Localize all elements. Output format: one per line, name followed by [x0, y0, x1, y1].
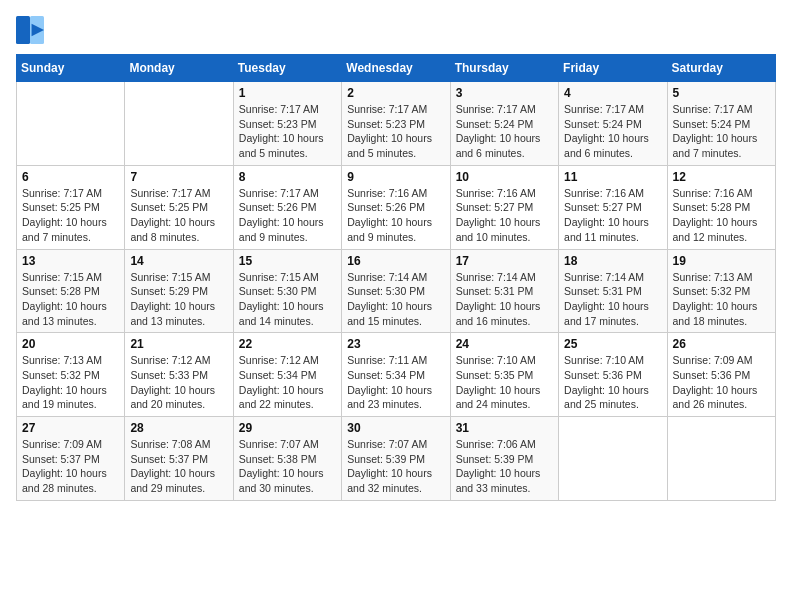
calendar-cell: 19Sunrise: 7:13 AM Sunset: 5:32 PM Dayli…: [667, 249, 775, 333]
day-info: Sunrise: 7:06 AM Sunset: 5:39 PM Dayligh…: [456, 437, 553, 496]
calendar-table: SundayMondayTuesdayWednesdayThursdayFrid…: [16, 54, 776, 501]
day-info: Sunrise: 7:07 AM Sunset: 5:39 PM Dayligh…: [347, 437, 444, 496]
day-number: 23: [347, 337, 444, 351]
day-info: Sunrise: 7:10 AM Sunset: 5:36 PM Dayligh…: [564, 353, 661, 412]
day-number: 29: [239, 421, 336, 435]
day-number: 31: [456, 421, 553, 435]
week-row-4: 20Sunrise: 7:13 AM Sunset: 5:32 PM Dayli…: [17, 333, 776, 417]
calendar-cell: 22Sunrise: 7:12 AM Sunset: 5:34 PM Dayli…: [233, 333, 341, 417]
week-row-5: 27Sunrise: 7:09 AM Sunset: 5:37 PM Dayli…: [17, 417, 776, 501]
day-info: Sunrise: 7:10 AM Sunset: 5:35 PM Dayligh…: [456, 353, 553, 412]
day-info: Sunrise: 7:16 AM Sunset: 5:26 PM Dayligh…: [347, 186, 444, 245]
day-number: 9: [347, 170, 444, 184]
calendar-cell: 3Sunrise: 7:17 AM Sunset: 5:24 PM Daylig…: [450, 82, 558, 166]
weekday-header-tuesday: Tuesday: [233, 55, 341, 82]
day-info: Sunrise: 7:09 AM Sunset: 5:36 PM Dayligh…: [673, 353, 770, 412]
calendar-cell: 31Sunrise: 7:06 AM Sunset: 5:39 PM Dayli…: [450, 417, 558, 501]
day-number: 3: [456, 86, 553, 100]
day-number: 17: [456, 254, 553, 268]
weekday-header-sunday: Sunday: [17, 55, 125, 82]
day-number: 5: [673, 86, 770, 100]
calendar-cell: 7Sunrise: 7:17 AM Sunset: 5:25 PM Daylig…: [125, 165, 233, 249]
calendar-cell: 21Sunrise: 7:12 AM Sunset: 5:33 PM Dayli…: [125, 333, 233, 417]
weekday-header-row: SundayMondayTuesdayWednesdayThursdayFrid…: [17, 55, 776, 82]
day-info: Sunrise: 7:13 AM Sunset: 5:32 PM Dayligh…: [673, 270, 770, 329]
week-row-3: 13Sunrise: 7:15 AM Sunset: 5:28 PM Dayli…: [17, 249, 776, 333]
day-info: Sunrise: 7:17 AM Sunset: 5:25 PM Dayligh…: [22, 186, 119, 245]
day-number: 30: [347, 421, 444, 435]
weekday-header-monday: Monday: [125, 55, 233, 82]
day-info: Sunrise: 7:14 AM Sunset: 5:30 PM Dayligh…: [347, 270, 444, 329]
logo: [16, 16, 48, 44]
day-number: 27: [22, 421, 119, 435]
calendar-cell: 23Sunrise: 7:11 AM Sunset: 5:34 PM Dayli…: [342, 333, 450, 417]
calendar-cell: 30Sunrise: 7:07 AM Sunset: 5:39 PM Dayli…: [342, 417, 450, 501]
calendar-cell: 17Sunrise: 7:14 AM Sunset: 5:31 PM Dayli…: [450, 249, 558, 333]
day-info: Sunrise: 7:17 AM Sunset: 5:25 PM Dayligh…: [130, 186, 227, 245]
day-info: Sunrise: 7:17 AM Sunset: 5:24 PM Dayligh…: [456, 102, 553, 161]
logo-icon: [16, 16, 44, 44]
day-number: 26: [673, 337, 770, 351]
day-number: 25: [564, 337, 661, 351]
day-number: 6: [22, 170, 119, 184]
day-number: 16: [347, 254, 444, 268]
calendar-cell: [125, 82, 233, 166]
day-info: Sunrise: 7:07 AM Sunset: 5:38 PM Dayligh…: [239, 437, 336, 496]
weekday-header-thursday: Thursday: [450, 55, 558, 82]
day-info: Sunrise: 7:17 AM Sunset: 5:24 PM Dayligh…: [673, 102, 770, 161]
calendar-cell: 24Sunrise: 7:10 AM Sunset: 5:35 PM Dayli…: [450, 333, 558, 417]
week-row-2: 6Sunrise: 7:17 AM Sunset: 5:25 PM Daylig…: [17, 165, 776, 249]
day-info: Sunrise: 7:15 AM Sunset: 5:28 PM Dayligh…: [22, 270, 119, 329]
day-info: Sunrise: 7:17 AM Sunset: 5:24 PM Dayligh…: [564, 102, 661, 161]
day-number: 18: [564, 254, 661, 268]
day-info: Sunrise: 7:08 AM Sunset: 5:37 PM Dayligh…: [130, 437, 227, 496]
calendar-cell: 14Sunrise: 7:15 AM Sunset: 5:29 PM Dayli…: [125, 249, 233, 333]
day-info: Sunrise: 7:09 AM Sunset: 5:37 PM Dayligh…: [22, 437, 119, 496]
day-number: 19: [673, 254, 770, 268]
day-number: 15: [239, 254, 336, 268]
day-number: 4: [564, 86, 661, 100]
day-info: Sunrise: 7:11 AM Sunset: 5:34 PM Dayligh…: [347, 353, 444, 412]
calendar-cell: 16Sunrise: 7:14 AM Sunset: 5:30 PM Dayli…: [342, 249, 450, 333]
calendar-cell: 18Sunrise: 7:14 AM Sunset: 5:31 PM Dayli…: [559, 249, 667, 333]
calendar-cell: [17, 82, 125, 166]
calendar-cell: 5Sunrise: 7:17 AM Sunset: 5:24 PM Daylig…: [667, 82, 775, 166]
day-number: 7: [130, 170, 227, 184]
calendar-cell: 28Sunrise: 7:08 AM Sunset: 5:37 PM Dayli…: [125, 417, 233, 501]
day-info: Sunrise: 7:17 AM Sunset: 5:23 PM Dayligh…: [239, 102, 336, 161]
calendar-cell: 1Sunrise: 7:17 AM Sunset: 5:23 PM Daylig…: [233, 82, 341, 166]
calendar-cell: [667, 417, 775, 501]
day-info: Sunrise: 7:13 AM Sunset: 5:32 PM Dayligh…: [22, 353, 119, 412]
day-number: 13: [22, 254, 119, 268]
calendar-cell: [559, 417, 667, 501]
day-info: Sunrise: 7:16 AM Sunset: 5:27 PM Dayligh…: [564, 186, 661, 245]
day-number: 24: [456, 337, 553, 351]
day-info: Sunrise: 7:15 AM Sunset: 5:29 PM Dayligh…: [130, 270, 227, 329]
day-number: 10: [456, 170, 553, 184]
day-number: 22: [239, 337, 336, 351]
svg-rect-0: [16, 16, 30, 44]
header: [16, 16, 776, 44]
calendar-cell: 12Sunrise: 7:16 AM Sunset: 5:28 PM Dayli…: [667, 165, 775, 249]
calendar-cell: 11Sunrise: 7:16 AM Sunset: 5:27 PM Dayli…: [559, 165, 667, 249]
calendar-cell: 13Sunrise: 7:15 AM Sunset: 5:28 PM Dayli…: [17, 249, 125, 333]
day-number: 11: [564, 170, 661, 184]
day-info: Sunrise: 7:17 AM Sunset: 5:23 PM Dayligh…: [347, 102, 444, 161]
day-info: Sunrise: 7:14 AM Sunset: 5:31 PM Dayligh…: [564, 270, 661, 329]
day-number: 20: [22, 337, 119, 351]
day-number: 8: [239, 170, 336, 184]
calendar-cell: 4Sunrise: 7:17 AM Sunset: 5:24 PM Daylig…: [559, 82, 667, 166]
day-number: 21: [130, 337, 227, 351]
day-number: 2: [347, 86, 444, 100]
day-info: Sunrise: 7:12 AM Sunset: 5:33 PM Dayligh…: [130, 353, 227, 412]
calendar-cell: 25Sunrise: 7:10 AM Sunset: 5:36 PM Dayli…: [559, 333, 667, 417]
day-info: Sunrise: 7:16 AM Sunset: 5:28 PM Dayligh…: [673, 186, 770, 245]
day-number: 14: [130, 254, 227, 268]
day-info: Sunrise: 7:17 AM Sunset: 5:26 PM Dayligh…: [239, 186, 336, 245]
calendar-cell: 8Sunrise: 7:17 AM Sunset: 5:26 PM Daylig…: [233, 165, 341, 249]
day-info: Sunrise: 7:16 AM Sunset: 5:27 PM Dayligh…: [456, 186, 553, 245]
calendar-cell: 10Sunrise: 7:16 AM Sunset: 5:27 PM Dayli…: [450, 165, 558, 249]
calendar-cell: 2Sunrise: 7:17 AM Sunset: 5:23 PM Daylig…: [342, 82, 450, 166]
day-number: 12: [673, 170, 770, 184]
calendar-cell: 26Sunrise: 7:09 AM Sunset: 5:36 PM Dayli…: [667, 333, 775, 417]
